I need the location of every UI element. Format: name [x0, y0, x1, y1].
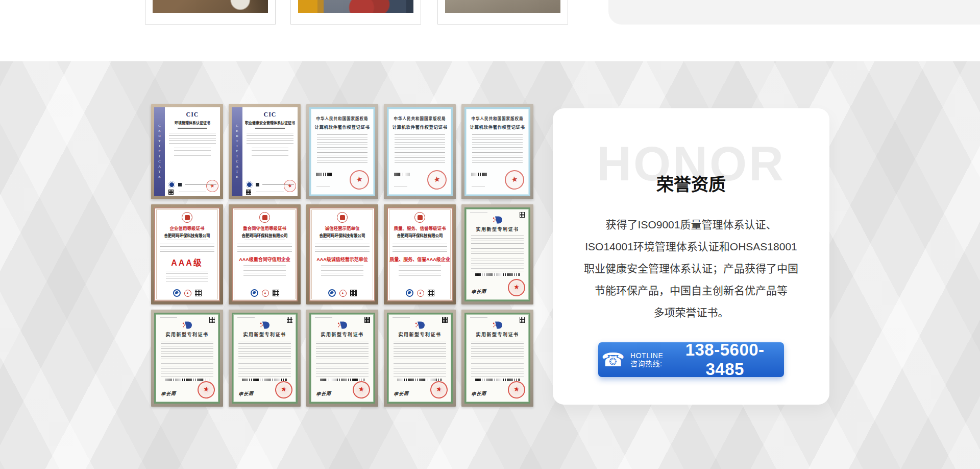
certificate-title: 企业信用等级证书 — [155, 225, 219, 231]
certificate-credit[interactable]: 诚信经营示范单位 合肥珂玛环保科技有限公司 AAA级诚信经营示范单位 ★ — [306, 204, 378, 304]
director-signature: 申长雨 — [471, 288, 487, 295]
honor-panel: HONOR 荣誉资质 获得了ISO9001质量管理体系认证、 ISO14001环… — [553, 108, 829, 405]
certificate-credit[interactable]: 重合同守信用等级证书 合肥珂玛环保科技有限公司 AAA级重合同守信用企业 ★ — [229, 204, 301, 304]
certificate-paper: 实用新型专利证书 申长雨 ★ — [309, 313, 375, 404]
cnipa-logo-icon — [181, 321, 194, 330]
red-emblem-icon — [337, 212, 348, 223]
grade-text: AAA级 — [155, 256, 219, 268]
text-lines — [238, 363, 291, 377]
gallery-card[interactable] — [145, 0, 276, 25]
text-lines — [317, 134, 368, 164]
certificate-title: 重合同守信用等级证书 — [233, 225, 297, 231]
gallery-card[interactable] — [290, 0, 421, 25]
patent-number-line — [160, 317, 177, 319]
red-star-seal-icon: ★ — [349, 169, 371, 191]
project-photo-excavation — [153, 0, 268, 13]
certificate-copyright[interactable]: 中华人民共和国国家版权局 计算机软件著作权登记证书 ★ — [461, 104, 533, 199]
text-lines — [167, 240, 208, 242]
text-lines — [393, 244, 448, 254]
company-name-line — [178, 128, 207, 130]
red-emblem-icon — [182, 212, 192, 223]
phone-icon: ☎ — [601, 350, 625, 369]
certificates-grid: CERTIFICATE CIC 环境管理体系认证证书 ★ CERTIFICATE — [151, 104, 533, 407]
accreditation-logo-icon — [177, 182, 183, 187]
qr-code-icon — [442, 317, 448, 323]
certificate-paper: 中华人民共和国国家版权局 计算机软件著作权登记证书 ★ — [387, 107, 453, 196]
qr-code-icon — [428, 290, 434, 296]
director-signature: 申长雨 — [161, 390, 177, 397]
certificate-footer: 申长雨 — [161, 390, 176, 397]
certificate-paper: 中华人民共和国国家版权局 计算机软件著作权登记证书 ★ — [464, 107, 530, 196]
honor-description: 获得了ISO9001质量管理体系认证、 ISO14001环境管理体系认证和OHS… — [568, 214, 814, 323]
certificate-paper: 重合同守信用等级证书 合肥珂玛环保科技有限公司 AAA级重合同守信用企业 ★ — [232, 207, 298, 301]
certificate-cic[interactable]: CERTIFICATE CIC 职业健康安全管理体系认证证书 ★ — [229, 104, 301, 199]
cnipa-logo-icon — [336, 321, 349, 330]
certificate-footer: 申长雨 — [394, 390, 409, 397]
certificate-paper: 实用新型专利证书 申长雨 ★ — [154, 313, 220, 404]
certificate-title: 计算机软件著作权登记证书 — [311, 124, 374, 130]
certificate-footer: ★ — [233, 289, 297, 297]
certificate-side-band: CERTIFICATE — [154, 107, 165, 196]
grade-text: 质量、服务、信誉AAA级企业 — [388, 256, 452, 263]
director-signature: 申长雨 — [394, 390, 409, 397]
patent-number-line — [470, 317, 487, 319]
certificate-side-band: CERTIFICATE — [232, 107, 242, 196]
director-signature: 申长雨 — [316, 390, 332, 397]
cnipa-logo-icon — [491, 321, 504, 330]
qr-code-icon — [364, 317, 370, 323]
red-emblem-icon — [259, 212, 270, 223]
certificate-cic[interactable]: CERTIFICATE CIC 环境管理体系认证证书 ★ — [151, 104, 223, 199]
hotline-labels: HOTLINE 咨询热线: — [630, 351, 663, 368]
section-title: 荣誉资质 — [553, 171, 829, 196]
certificate-patent[interactable]: 实用新型专利证书 申长雨 ★ — [229, 310, 301, 407]
cic-round-logo-icon — [168, 181, 175, 188]
certificate-credit[interactable]: 质量、服务、信誉等级证书 合肥珂玛环保科技有限公司 质量、服务、信誉AAA级企业… — [384, 204, 456, 304]
certificate-patent[interactable]: 实用新型专利证书 申长雨 ★ — [461, 310, 533, 407]
qr-code-icon — [195, 290, 202, 296]
certificate-title: 计算机软件著作权登记证书 — [388, 124, 451, 130]
text-lines — [161, 341, 213, 361]
certificate-patent[interactable]: 实用新型专利证书 申长雨 ★ — [306, 310, 378, 407]
certificate-copyright[interactable]: 中华人民共和国国家版权局 计算机软件著作权登记证书 ★ — [306, 104, 378, 199]
certificate-body: CIC 环境管理体系认证证书 ★ — [165, 107, 220, 196]
top-rounded-panel — [608, 0, 980, 25]
text-lines — [394, 363, 446, 377]
text-lines — [321, 265, 363, 276]
certificate-patent[interactable]: 实用新型专利证书 申长雨 ★ — [461, 204, 533, 304]
text-lines — [169, 133, 216, 146]
company-name: 合肥珂玛环保科技有限公司 — [310, 232, 374, 238]
gallery-card[interactable] — [437, 0, 568, 25]
certificate-patent[interactable]: 实用新型专利证书 申长雨 ★ — [384, 310, 456, 407]
red-seal-icon: ★ — [197, 380, 216, 400]
certificate-title: 实用新型专利证书 — [233, 331, 296, 338]
certificate-title: 实用新型专利证书 — [156, 331, 218, 338]
certificate-credit[interactable]: 企业信用等级证书 合肥珂玛环保科技有限公司 AAA级 ★ — [151, 204, 223, 304]
blue-round-logo-icon — [173, 289, 181, 297]
certificate-copyright[interactable]: 中华人民共和国国家版权局 计算机软件著作权登记证书 ★ — [384, 104, 456, 199]
certificate-footer: 申长雨 — [471, 288, 486, 295]
certificate-title: 计算机软件著作权登记证书 — [466, 124, 529, 130]
text-lines — [472, 134, 523, 164]
certificate-footer: 申长雨 — [238, 390, 254, 397]
honor-description-line: ISO14001环境管理体系认证和OHSAS18001 — [568, 236, 814, 257]
qr-code-icon — [350, 290, 357, 296]
hotline-label-en: HOTLINE — [630, 351, 663, 360]
address-lines — [179, 192, 206, 194]
certificate-paper: 实用新型专利证书 申长雨 ★ — [387, 313, 453, 404]
certificate-patent[interactable]: 实用新型专利证书 申长雨 ★ — [151, 310, 223, 407]
barcode-icon — [320, 379, 364, 381]
honor-description-line: 多项荣誉证书。 — [568, 301, 814, 323]
barcode-icon — [316, 173, 332, 176]
red-round-logo-icon: ★ — [339, 290, 347, 297]
honor-section: CERTIFICATE CIC 环境管理体系认证证书 ★ CERTIFICATE — [0, 61, 980, 469]
qr-code-icon — [246, 190, 251, 195]
text-lines — [395, 134, 445, 164]
blue-round-logo-icon — [251, 289, 258, 297]
red-round-logo-icon: ★ — [262, 290, 269, 297]
certificate-title: 质量、服务、信誉等级证书 — [388, 225, 452, 231]
text-lines — [315, 244, 370, 254]
certificate-title: 环境管理体系认证证书 — [167, 120, 218, 125]
hotline-button[interactable]: ☎ HOTLINE 咨询热线: 138-5600-3485 — [598, 342, 784, 377]
text-lines — [316, 363, 369, 377]
red-star-seal-icon: ★ — [504, 169, 526, 191]
